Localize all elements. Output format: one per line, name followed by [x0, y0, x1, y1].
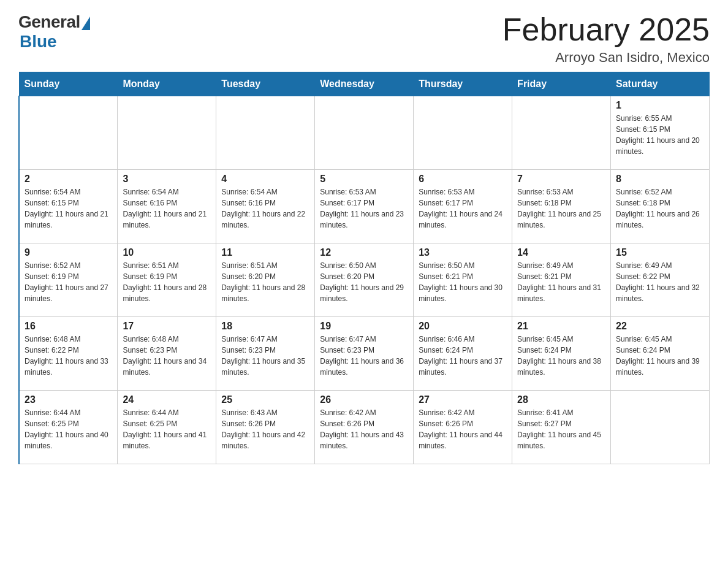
day-info: Sunrise: 6:42 AMSunset: 6:26 PMDaylight:…	[419, 407, 507, 451]
day-info: Sunrise: 6:41 AMSunset: 6:27 PMDaylight:…	[517, 407, 605, 451]
calendar-cell	[611, 391, 710, 464]
day-number: 11	[221, 247, 309, 258]
day-number: 4	[221, 174, 309, 185]
weekday-header-sunday: Sunday	[19, 72, 118, 96]
calendar-cell: 8Sunrise: 6:52 AMSunset: 6:18 PMDaylight…	[611, 170, 710, 243]
day-number: 5	[320, 174, 408, 185]
day-number: 1	[616, 100, 704, 111]
day-number: 8	[616, 174, 704, 185]
calendar-week-row: 2Sunrise: 6:54 AMSunset: 6:15 PMDaylight…	[19, 170, 710, 243]
day-number: 7	[517, 174, 605, 185]
calendar-cell: 23Sunrise: 6:44 AMSunset: 6:25 PMDayligh…	[19, 391, 118, 464]
day-number: 16	[25, 321, 112, 332]
logo-triangle-icon	[82, 17, 90, 30]
day-number: 14	[517, 247, 605, 258]
day-number: 20	[419, 321, 507, 332]
day-info: Sunrise: 6:50 AMSunset: 6:21 PMDaylight:…	[419, 260, 507, 304]
calendar-header-row: SundayMondayTuesdayWednesdayThursdayFrid…	[19, 72, 710, 96]
weekday-header-saturday: Saturday	[611, 72, 710, 96]
day-info: Sunrise: 6:43 AMSunset: 6:26 PMDaylight:…	[221, 407, 309, 451]
title-block: February 2025 Arroyo San Isidro, Mexico	[502, 12, 710, 66]
day-number: 13	[419, 247, 507, 258]
calendar-week-row: 23Sunrise: 6:44 AMSunset: 6:25 PMDayligh…	[19, 391, 710, 464]
calendar-week-row: 1Sunrise: 6:55 AMSunset: 6:15 PMDaylight…	[19, 96, 710, 170]
logo-general-text: General	[18, 12, 80, 32]
day-number: 26	[320, 394, 408, 405]
calendar-cell: 25Sunrise: 6:43 AMSunset: 6:26 PMDayligh…	[216, 391, 315, 464]
calendar-cell: 3Sunrise: 6:54 AMSunset: 6:16 PMDaylight…	[118, 170, 216, 243]
day-number: 23	[25, 394, 112, 405]
calendar-cell: 18Sunrise: 6:47 AMSunset: 6:23 PMDayligh…	[216, 317, 315, 391]
weekday-header-wednesday: Wednesday	[315, 72, 414, 96]
day-info: Sunrise: 6:50 AMSunset: 6:20 PMDaylight:…	[320, 260, 408, 304]
calendar-cell: 4Sunrise: 6:54 AMSunset: 6:16 PMDaylight…	[216, 170, 315, 243]
day-number: 19	[320, 321, 408, 332]
calendar-cell	[19, 96, 118, 170]
calendar-cell	[216, 96, 315, 170]
calendar-cell: 19Sunrise: 6:47 AMSunset: 6:23 PMDayligh…	[315, 317, 414, 391]
day-number: 17	[123, 321, 211, 332]
calendar-cell: 12Sunrise: 6:50 AMSunset: 6:20 PMDayligh…	[315, 243, 414, 317]
calendar-cell: 14Sunrise: 6:49 AMSunset: 6:21 PMDayligh…	[512, 243, 611, 317]
day-info: Sunrise: 6:44 AMSunset: 6:25 PMDaylight:…	[25, 407, 112, 451]
day-info: Sunrise: 6:52 AMSunset: 6:19 PMDaylight:…	[25, 260, 112, 304]
calendar-cell: 28Sunrise: 6:41 AMSunset: 6:27 PMDayligh…	[512, 391, 611, 464]
day-info: Sunrise: 6:46 AMSunset: 6:24 PMDaylight:…	[419, 334, 507, 378]
day-info: Sunrise: 6:47 AMSunset: 6:23 PMDaylight:…	[320, 334, 408, 378]
calendar-week-row: 16Sunrise: 6:48 AMSunset: 6:22 PMDayligh…	[19, 317, 710, 391]
calendar-cell: 15Sunrise: 6:49 AMSunset: 6:22 PMDayligh…	[611, 243, 710, 317]
day-number: 9	[25, 247, 112, 258]
calendar-cell	[414, 96, 512, 170]
day-info: Sunrise: 6:53 AMSunset: 6:17 PMDaylight:…	[419, 186, 507, 231]
weekday-header-thursday: Thursday	[414, 72, 512, 96]
calendar-cell: 11Sunrise: 6:51 AMSunset: 6:20 PMDayligh…	[216, 243, 315, 317]
day-number: 22	[616, 321, 704, 332]
calendar-cell: 13Sunrise: 6:50 AMSunset: 6:21 PMDayligh…	[414, 243, 512, 317]
calendar-cell: 26Sunrise: 6:42 AMSunset: 6:26 PMDayligh…	[315, 391, 414, 464]
day-info: Sunrise: 6:45 AMSunset: 6:24 PMDaylight:…	[616, 334, 704, 378]
day-info: Sunrise: 6:51 AMSunset: 6:20 PMDaylight:…	[221, 260, 309, 304]
calendar-cell: 21Sunrise: 6:45 AMSunset: 6:24 PMDayligh…	[512, 317, 611, 391]
day-info: Sunrise: 6:54 AMSunset: 6:15 PMDaylight:…	[25, 186, 112, 231]
weekday-header-monday: Monday	[118, 72, 216, 96]
day-number: 2	[25, 174, 112, 185]
day-info: Sunrise: 6:49 AMSunset: 6:22 PMDaylight:…	[616, 260, 704, 304]
day-number: 3	[123, 174, 211, 185]
calendar-cell: 20Sunrise: 6:46 AMSunset: 6:24 PMDayligh…	[414, 317, 512, 391]
calendar-cell: 27Sunrise: 6:42 AMSunset: 6:26 PMDayligh…	[414, 391, 512, 464]
day-info: Sunrise: 6:48 AMSunset: 6:22 PMDaylight:…	[25, 334, 112, 378]
day-info: Sunrise: 6:55 AMSunset: 6:15 PMDaylight:…	[616, 113, 704, 157]
calendar-cell: 5Sunrise: 6:53 AMSunset: 6:17 PMDaylight…	[315, 170, 414, 243]
month-title: February 2025	[502, 12, 710, 47]
calendar-cell: 7Sunrise: 6:53 AMSunset: 6:18 PMDaylight…	[512, 170, 611, 243]
day-number: 25	[221, 394, 309, 405]
day-number: 21	[517, 321, 605, 332]
calendar-cell: 17Sunrise: 6:48 AMSunset: 6:23 PMDayligh…	[118, 317, 216, 391]
calendar-week-row: 9Sunrise: 6:52 AMSunset: 6:19 PMDaylight…	[19, 243, 710, 317]
day-info: Sunrise: 6:45 AMSunset: 6:24 PMDaylight:…	[517, 334, 605, 378]
day-number: 27	[419, 394, 507, 405]
day-info: Sunrise: 6:47 AMSunset: 6:23 PMDaylight:…	[221, 334, 309, 378]
calendar-cell	[118, 96, 216, 170]
calendar-cell: 6Sunrise: 6:53 AMSunset: 6:17 PMDaylight…	[414, 170, 512, 243]
day-info: Sunrise: 6:42 AMSunset: 6:26 PMDaylight:…	[320, 407, 408, 451]
day-number: 6	[419, 174, 507, 185]
day-number: 24	[123, 394, 211, 405]
day-number: 10	[123, 247, 211, 258]
calendar-cell: 2Sunrise: 6:54 AMSunset: 6:15 PMDaylight…	[19, 170, 118, 243]
day-info: Sunrise: 6:51 AMSunset: 6:19 PMDaylight:…	[123, 260, 211, 304]
day-number: 28	[517, 394, 605, 405]
calendar-cell: 10Sunrise: 6:51 AMSunset: 6:19 PMDayligh…	[118, 243, 216, 317]
day-info: Sunrise: 6:54 AMSunset: 6:16 PMDaylight:…	[123, 186, 211, 231]
weekday-header-tuesday: Tuesday	[216, 72, 315, 96]
logo: General Blue	[18, 12, 90, 52]
calendar-cell	[315, 96, 414, 170]
day-number: 18	[221, 321, 309, 332]
day-number: 12	[320, 247, 408, 258]
calendar-cell: 16Sunrise: 6:48 AMSunset: 6:22 PMDayligh…	[19, 317, 118, 391]
calendar-cell: 22Sunrise: 6:45 AMSunset: 6:24 PMDayligh…	[611, 317, 710, 391]
day-info: Sunrise: 6:44 AMSunset: 6:25 PMDaylight:…	[123, 407, 211, 451]
day-info: Sunrise: 6:52 AMSunset: 6:18 PMDaylight:…	[616, 186, 704, 231]
calendar-cell	[512, 96, 611, 170]
day-info: Sunrise: 6:53 AMSunset: 6:18 PMDaylight:…	[517, 186, 605, 231]
